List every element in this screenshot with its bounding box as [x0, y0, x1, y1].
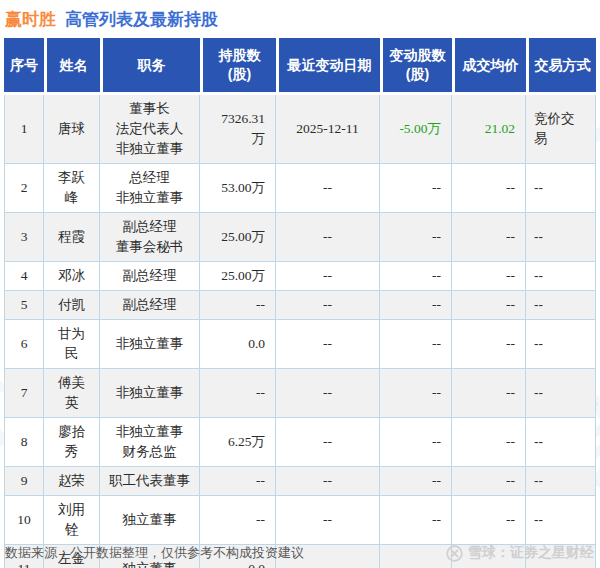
table-cell: -- [380, 369, 452, 418]
table-row: 4邓冰副总经理25.00万-------- [4, 262, 596, 291]
table-cell: -- [380, 496, 452, 545]
column-header: 职务 [100, 38, 200, 95]
table-cell: 董事长 法定代表人 非独立董事 [100, 95, 200, 164]
table-cell: -- [452, 369, 526, 418]
table-cell: -- [452, 418, 526, 467]
executives-table: 序号姓名职务持股数 (股)最近变动日期变动股数 (股)成交均价交易方式 1唐球董… [4, 38, 596, 568]
table-cell: -- [380, 291, 452, 320]
table-cell: -- [526, 291, 596, 320]
table-cell: 职工代表董事 [100, 467, 200, 496]
column-header: 交易方式 [526, 38, 596, 95]
table-cell: -- [452, 291, 526, 320]
table-cell: 廖拾秀 [44, 418, 100, 467]
table-cell: -- [526, 369, 596, 418]
table-cell: 甘为民 [44, 320, 100, 369]
table-cell: 25.00万 [200, 213, 276, 262]
table-cell: 唐球 [44, 95, 100, 164]
title-subtitle: 高管列表及最新持股 [65, 10, 218, 29]
table-cell: 2 [4, 164, 44, 213]
table-cell: -- [380, 164, 452, 213]
table-row: 2李跃峰总经理 非独立董事53.00万-------- [4, 164, 596, 213]
xueqiu-logo-icon [446, 545, 463, 562]
table-cell: 21.02 [452, 95, 526, 164]
table-cell: 非独立董事 [100, 369, 200, 418]
table-cell: 2025-12-11 [276, 95, 380, 164]
column-header: 序号 [4, 38, 44, 95]
table-cell: 7 [4, 369, 44, 418]
table-cell: 总经理 非独立董事 [100, 164, 200, 213]
table-cell: 6.25万 [200, 418, 276, 467]
table-cell: -- [276, 213, 380, 262]
table-cell: 4 [4, 262, 44, 291]
table-cell: -- [452, 467, 526, 496]
table-cell: 傅美英 [44, 369, 100, 418]
page: 证券之星 证券之星 证券之星 证券之星 赢时胜高管列表及最新持股 序号姓名职务持… [0, 0, 600, 568]
brand-watermark: 雪球：证券之星财经 [446, 544, 594, 562]
column-header: 姓名 [44, 38, 100, 95]
table-cell: -- [276, 320, 380, 369]
table-cell: -- [526, 320, 596, 369]
table-cell: -- [276, 291, 380, 320]
table-cell: -- [452, 213, 526, 262]
table-cell: 非独立董事 [100, 320, 200, 369]
table-row: 3程霞副总经理 董事会秘书25.00万-------- [4, 213, 596, 262]
table-cell: 9 [4, 467, 44, 496]
table-row: 9赵荣职工代表董事---------- [4, 467, 596, 496]
column-header: 最近变动日期 [276, 38, 380, 95]
table-row: 8廖拾秀非独立董事 财务总监6.25万-------- [4, 418, 596, 467]
table-cell: -- [380, 320, 452, 369]
table-body: 1唐球董事长 法定代表人 非独立董事7326.31万2025-12-11-5.0… [4, 95, 596, 568]
table-cell: -- [452, 320, 526, 369]
table-cell: -- [526, 496, 596, 545]
table-cell: -- [200, 291, 276, 320]
table-cell: 付凯 [44, 291, 100, 320]
table-cell: -- [380, 213, 452, 262]
company-name: 赢时胜 [5, 10, 56, 29]
table-cell: -- [276, 262, 380, 291]
table-cell: 竞价交易 [526, 95, 596, 164]
table-cell: 10 [4, 496, 44, 545]
table-row: 5付凯副总经理---------- [4, 291, 596, 320]
table-cell: 8 [4, 418, 44, 467]
table-cell: 5 [4, 291, 44, 320]
table-cell: -- [380, 262, 452, 291]
brand-label: 雪球：证券之星财经 [468, 544, 594, 562]
table-cell: 6 [4, 320, 44, 369]
table-cell: 副总经理 [100, 291, 200, 320]
table-cell: -- [452, 164, 526, 213]
table-cell: 3 [4, 213, 44, 262]
table-cell: 赵荣 [44, 467, 100, 496]
table-cell: 刘用铨 [44, 496, 100, 545]
table-cell: -- [276, 467, 380, 496]
table-cell: -- [276, 369, 380, 418]
table-head: 序号姓名职务持股数 (股)最近变动日期变动股数 (股)成交均价交易方式 [4, 38, 596, 95]
data-source-note: 数据来源：公开数据整理，仅供参考不构成投资建议 [5, 544, 304, 562]
page-title: 赢时胜高管列表及最新持股 [0, 0, 600, 38]
table-cell: 0.0 [200, 320, 276, 369]
table-cell: -- [526, 262, 596, 291]
column-header: 成交均价 [452, 38, 526, 95]
table-row: 7傅美英非独立董事---------- [4, 369, 596, 418]
table-cell: 副总经理 董事会秘书 [100, 213, 200, 262]
table-cell: 53.00万 [200, 164, 276, 213]
table-cell: 25.00万 [200, 262, 276, 291]
table-cell: -- [526, 213, 596, 262]
table-cell: -- [380, 467, 452, 496]
footer: 数据来源：公开数据整理，仅供参考不构成投资建议 雪球：证券之星财经 [0, 544, 600, 562]
table-cell: -- [526, 467, 596, 496]
table-cell: 非独立董事 财务总监 [100, 418, 200, 467]
table-header-row: 序号姓名职务持股数 (股)最近变动日期变动股数 (股)成交均价交易方式 [4, 38, 596, 95]
table-cell: -- [452, 496, 526, 545]
table-cell: 程霞 [44, 213, 100, 262]
table-cell: 独立董事 [100, 496, 200, 545]
table-cell: 1 [4, 95, 44, 164]
table-cell: 7326.31万 [200, 95, 276, 164]
table-cell: -- [526, 164, 596, 213]
column-header: 持股数 (股) [200, 38, 276, 95]
table-cell: 副总经理 [100, 262, 200, 291]
table-cell: 邓冰 [44, 262, 100, 291]
table-row: 6甘为民非独立董事0.0-------- [4, 320, 596, 369]
column-header: 变动股数 (股) [380, 38, 452, 95]
table-cell: -- [276, 164, 380, 213]
table-cell: -- [276, 418, 380, 467]
